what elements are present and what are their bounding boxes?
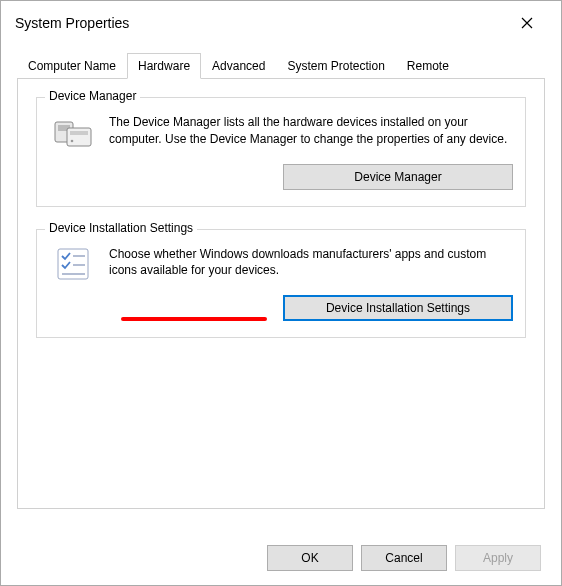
- device-manager-description: The Device Manager lists all the hardwar…: [109, 114, 513, 148]
- groupbox-device-installation-settings: Device Installation Settings Choose whet…: [36, 229, 526, 339]
- apply-button: Apply: [455, 545, 541, 571]
- tab-remote[interactable]: Remote: [396, 53, 460, 79]
- device-manager-button[interactable]: Device Manager: [283, 164, 513, 190]
- device-installation-description: Choose whether Windows downloads manufac…: [109, 246, 513, 280]
- titlebar: System Properties: [1, 1, 561, 45]
- groupbox-title: Device Installation Settings: [45, 221, 197, 235]
- groupbox-title: Device Manager: [45, 89, 140, 103]
- groupbox-device-manager: Device Manager The Device Manager lists …: [36, 97, 526, 207]
- tab-hardware[interactable]: Hardware: [127, 53, 201, 79]
- dialog-footer: OK Cancel Apply: [267, 545, 541, 571]
- tab-advanced[interactable]: Advanced: [201, 53, 276, 79]
- svg-rect-2: [67, 128, 91, 146]
- cancel-button[interactable]: Cancel: [361, 545, 447, 571]
- device-installation-settings-button[interactable]: Device Installation Settings: [283, 295, 513, 321]
- device-manager-icon: [49, 114, 97, 190]
- settings-list-icon: [49, 246, 97, 322]
- ok-button[interactable]: OK: [267, 545, 353, 571]
- svg-point-4: [71, 140, 74, 143]
- close-icon: [521, 17, 533, 29]
- tab-computer-name[interactable]: Computer Name: [17, 53, 127, 79]
- tab-panel-hardware: Device Manager The Device Manager lists …: [17, 79, 545, 509]
- close-button[interactable]: [507, 9, 547, 37]
- tab-strip: Computer Name Hardware Advanced System P…: [1, 45, 561, 79]
- window-title: System Properties: [15, 15, 129, 31]
- tab-system-protection[interactable]: System Protection: [276, 53, 395, 79]
- annotation-underline: [121, 317, 267, 321]
- svg-rect-3: [70, 131, 88, 135]
